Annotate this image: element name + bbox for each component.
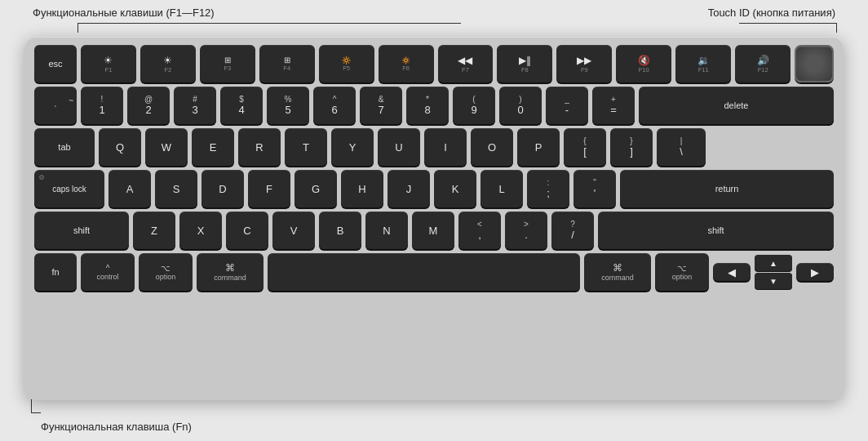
- key-j[interactable]: J: [388, 170, 430, 207]
- key-f8[interactable]: ▶‖ F8: [497, 45, 552, 82]
- key-arrow-up[interactable]: ▲: [755, 255, 792, 271]
- key-h[interactable]: H: [341, 170, 383, 207]
- key-capslock[interactable]: caps lock: [34, 170, 104, 207]
- row-zxcv: shift Z X C V B N M < , > . ? / shif: [34, 212, 834, 249]
- key-v[interactable]: V: [272, 212, 315, 249]
- key-b[interactable]: B: [319, 212, 361, 249]
- key-9[interactable]: ( 9: [453, 87, 495, 124]
- key-2[interactable]: @ 2: [127, 87, 170, 124]
- key-control[interactable]: ^ control: [81, 253, 135, 291]
- key-shift-left[interactable]: shift: [34, 212, 129, 249]
- key-d[interactable]: D: [202, 170, 244, 207]
- key-g[interactable]: G: [294, 170, 337, 207]
- row-fn: esc ☀ F1 ☀ F2 ⊞ F3 ⊞ F4 🔆 F5 🔅 F6 ◀◀ F7: [34, 45, 834, 82]
- key-esc[interactable]: esc: [34, 45, 77, 82]
- key-5[interactable]: % 5: [267, 87, 309, 124]
- key-shift-right[interactable]: shift: [598, 212, 834, 249]
- key-tab[interactable]: tab: [34, 128, 95, 166]
- key-period[interactable]: > .: [505, 212, 547, 249]
- key-return[interactable]: return: [620, 170, 834, 207]
- key-equals[interactable]: + =: [592, 87, 635, 124]
- key-touchid[interactable]: [795, 45, 834, 82]
- key-f9[interactable]: ▶▶ F9: [556, 45, 612, 82]
- key-3[interactable]: # 3: [174, 87, 216, 124]
- key-command-left[interactable]: ⌘ command: [197, 253, 264, 291]
- key-minus[interactable]: _ -: [546, 87, 588, 124]
- key-s[interactable]: S: [155, 170, 197, 207]
- key-arrow-left[interactable]: ◀: [713, 263, 751, 281]
- key-p[interactable]: P: [517, 128, 560, 166]
- annotations-top: Функциональные клавиши (F1—F12) Touch ID…: [0, 7, 868, 19]
- key-f7[interactable]: ◀◀ F7: [438, 45, 494, 82]
- bracket-fn-key: [31, 399, 41, 413]
- key-1[interactable]: ! 1: [81, 87, 123, 124]
- arrow-up-down-group: ▲ ▼: [755, 255, 792, 289]
- key-f10[interactable]: 🔇 F10: [616, 45, 671, 82]
- key-k[interactable]: K: [434, 170, 476, 207]
- key-f5[interactable]: 🔆 F5: [319, 45, 374, 82]
- key-f3[interactable]: ⊞ F3: [200, 45, 255, 82]
- key-y[interactable]: Y: [331, 128, 374, 166]
- key-7[interactable]: & 7: [360, 87, 402, 124]
- key-rbracket[interactable]: } ]: [610, 128, 653, 166]
- key-fn[interactable]: fn: [34, 253, 77, 291]
- key-f11[interactable]: 🔉 F11: [675, 45, 731, 82]
- key-arrow-down[interactable]: ▼: [755, 273, 792, 289]
- key-f12[interactable]: 🔊 F12: [735, 45, 790, 82]
- key-o[interactable]: O: [471, 128, 513, 166]
- key-i[interactable]: I: [424, 128, 467, 166]
- key-u[interactable]: U: [378, 128, 420, 166]
- key-l[interactable]: L: [480, 170, 523, 207]
- key-f4[interactable]: ⊞ F4: [259, 45, 315, 82]
- key-quote[interactable]: " ': [574, 170, 616, 207]
- key-semicolon[interactable]: : ;: [527, 170, 569, 207]
- key-8[interactable]: * 8: [406, 87, 449, 124]
- key-q[interactable]: Q: [99, 128, 141, 166]
- key-f[interactable]: F: [248, 170, 290, 207]
- row-asdf: caps lock A S D F G H J K L : ; " ' retu…: [34, 170, 834, 207]
- key-arrow-right[interactable]: ▶: [796, 263, 834, 281]
- fn-keys-label: Функциональные клавиши (F1—F12): [33, 7, 215, 19]
- key-option-right[interactable]: ⌥ option: [655, 253, 709, 291]
- key-w[interactable]: W: [145, 128, 188, 166]
- row-qwerty: tab Q W E R T Y U I O P { [ } ] | \: [34, 128, 834, 166]
- key-space[interactable]: [268, 253, 580, 291]
- key-z[interactable]: Z: [133, 212, 175, 249]
- key-e[interactable]: E: [192, 128, 234, 166]
- key-c[interactable]: C: [226, 212, 268, 249]
- key-command-right[interactable]: ⌘ command: [584, 253, 651, 291]
- key-m[interactable]: M: [412, 212, 454, 249]
- key-a[interactable]: A: [108, 170, 151, 207]
- key-f6[interactable]: 🔅 F6: [379, 45, 434, 82]
- key-lbracket[interactable]: { [: [564, 128, 606, 166]
- key-6[interactable]: ^ 6: [313, 87, 356, 124]
- row-numbers: ~ ` ! 1 @ 2 # 3 $ 4: [34, 87, 834, 124]
- key-n[interactable]: N: [365, 212, 408, 249]
- key-0[interactable]: ) 0: [499, 87, 542, 124]
- key-backtick[interactable]: ~ `: [34, 87, 77, 124]
- fn-key-label: Функциональная клавиша (Fn): [41, 421, 192, 433]
- key-f1[interactable]: ☀ F1: [81, 45, 136, 82]
- key-option-left[interactable]: ⌥ option: [139, 253, 193, 291]
- key-delete[interactable]: delete: [639, 87, 834, 124]
- key-f2[interactable]: ☀ F2: [140, 45, 196, 82]
- row-modifiers: fn ^ control ⌥ option ⌘ command ⌘ comman…: [34, 253, 834, 291]
- key-x[interactable]: X: [179, 212, 222, 249]
- bracket-touchid: [739, 23, 837, 33]
- key-t[interactable]: T: [285, 128, 327, 166]
- touchid-label: Touch ID (кнопка питания): [708, 7, 835, 19]
- key-r[interactable]: R: [238, 128, 281, 166]
- key-slash[interactable]: ? /: [551, 212, 594, 249]
- bracket-fn-keys: [78, 23, 461, 33]
- key-backslash[interactable]: | \: [657, 128, 706, 166]
- keyboard: esc ☀ F1 ☀ F2 ⊞ F3 ⊞ F4 🔆 F5 🔅 F6 ◀◀ F7: [24, 37, 844, 400]
- key-4[interactable]: $ 4: [220, 87, 263, 124]
- key-comma[interactable]: < ,: [458, 212, 501, 249]
